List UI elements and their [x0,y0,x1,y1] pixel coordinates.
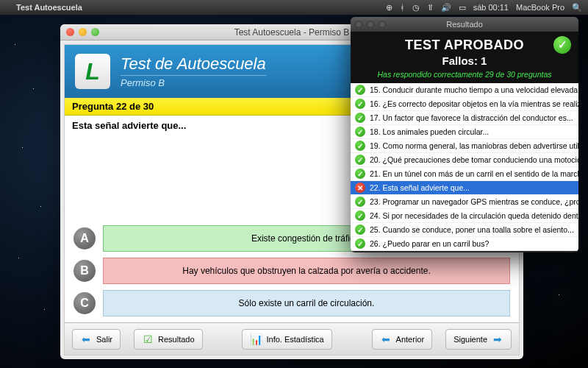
volume-icon[interactable]: 🔊 [441,3,451,13]
result-row-text: 24. Si por necesidades de la circulación… [370,211,578,220]
exit-button[interactable]: ⬅Salir [72,329,121,350]
correct-icon: ✓ [355,127,365,137]
correct-icon: ✓ [355,85,365,95]
wifi-icon[interactable]: ⥣ [427,3,434,13]
result-row-text: 16. ¿Es correcto depositar objetos en la… [370,99,578,108]
arrow-left-icon: ⬅ [380,333,392,345]
correct-icon: ✓ [355,169,365,179]
device-name: MacBook Pro [516,3,564,12]
correct-icon: ✓ [355,155,365,165]
battery-icon[interactable]: ▭ [459,3,466,13]
result-row[interactable]: ✓18. Los animales pueden circular... [351,125,578,139]
app-logo: L [75,54,110,89]
stats-button[interactable]: 📊Info. Estadística [242,329,331,350]
app-subtitle: Permiso B [121,75,266,88]
checkbox-icon: ☑ [142,333,154,345]
result-window-titlebar[interactable]: Resultado [351,17,578,32]
answer-text: Sólo existe un carril de circulación. [103,290,510,316]
correct-icon: ✓ [355,210,365,221]
app-title: Test de Autoescuela [121,54,266,74]
desktop-background: Test Autoescuela ⊕ ᚼ ◷ ⥣ 🔊 ▭ sáb 00:11 M… [0,0,588,368]
result-row-text: 25. Cuando se conduce, poner una toalla … [370,225,574,234]
result-row[interactable]: ✓16. ¿Es correcto depositar objetos en l… [351,97,578,111]
correct-icon: ✓ [355,99,365,109]
correct-icon: ✓ [355,224,365,235]
app-menu[interactable]: Test Autoescuela [16,3,82,12]
macos-menubar: Test Autoescuela ⊕ ᚼ ◷ ⥣ 🔊 ▭ sáb 00:11 M… [0,0,588,15]
result-row-text: 23. Programar un navegador GPS mientras … [370,197,578,206]
correct-icon: ✓ [355,141,365,151]
result-window: Resultado ✓ TEST APROBADO Fallos: 1 Has … [351,17,578,252]
result-row-text: 20. ¿Qué precauciones debe tomar conduci… [370,155,578,164]
result-row-text: 21. En un túnel con más de un carril en … [370,169,578,178]
result-row[interactable]: ✓21. En un túnel con más de un carril en… [351,167,578,181]
result-row-text: 15. Conducir durante mucho tiempo a una … [370,85,578,94]
close-icon[interactable] [66,28,74,36]
next-button[interactable]: Siguiente➡ [445,329,512,350]
result-row[interactable]: ✓24. Si por necesidades de la circulació… [351,209,578,223]
timemachine-icon[interactable]: ◷ [412,3,420,13]
answer-text: Hay vehículos que obstruyen la calzada p… [103,258,510,284]
wrong-icon: ✕ [355,183,365,193]
result-row[interactable]: ✓17. Un factor que favorece la distracci… [351,111,578,125]
correct-icon: ✓ [355,113,365,123]
exit-icon: ⬅ [80,333,92,345]
minimize-icon[interactable] [367,21,374,28]
arrow-right-icon: ➡ [492,333,503,345]
pass-badge-icon: ✓ [553,36,571,54]
result-list[interactable]: ✓15. Conducir durante mucho tiempo a una… [351,83,578,251]
result-row[interactable]: ✕22. Esta señal advierte que... [351,181,578,195]
result-row-text: 26. ¿Puedo parar en un carril bus? [370,239,489,248]
chart-icon: 📊 [250,333,262,345]
menuextra-icon[interactable]: ⊕ [386,3,392,13]
bottom-toolbar: ⬅Salir ☑Resultado 📊Info. Estadística ⬅An… [65,322,519,355]
answer-letter: A [74,227,96,250]
prev-button[interactable]: ⬅Anterior [372,329,433,350]
correct-icon: ✓ [355,197,365,207]
clock[interactable]: sáb 00:11 [473,3,509,12]
result-row-text: 17. Un factor que favorece la distracció… [370,113,573,122]
zoom-icon[interactable] [91,28,99,36]
answer-letter: C [74,292,96,314]
result-button[interactable]: ☑Resultado [134,329,203,350]
answer-letter: B [74,260,96,282]
result-subtitle: Has respondido correctamente 29 de 30 pr… [358,70,571,79]
result-heading: TEST APROBADO [358,38,571,53]
result-row[interactable]: ✓20. ¿Qué precauciones debe tomar conduc… [351,153,578,167]
result-row[interactable]: ✓15. Conducir durante mucho tiempo a una… [351,83,578,97]
bluetooth-icon[interactable]: ᚼ [400,3,405,12]
minimize-icon[interactable] [79,28,87,36]
zoom-icon[interactable] [379,21,386,28]
result-row-text: 22. Esta señal advierte que... [370,183,470,192]
result-fails: Fallos: 1 [358,54,571,67]
answer-option[interactable]: CSólo existe un carril de circulación. [74,290,510,316]
result-row[interactable]: ✓26. ¿Puedo parar en un carril bus? [351,237,578,251]
result-row[interactable]: ✓25. Cuando se conduce, poner una toalla… [351,223,578,237]
result-row[interactable]: ✓19. Como norma general, las maniobras d… [351,139,578,153]
correct-icon: ✓ [355,238,365,249]
result-row[interactable]: ✓23. Programar un navegador GPS mientras… [351,195,578,209]
answer-option[interactable]: BHay vehículos que obstruyen la calzada … [74,258,510,284]
result-row-text: 18. Los animales pueden circular... [370,127,489,136]
spotlight-icon[interactable]: 🔍 [572,3,582,13]
close-icon[interactable] [355,21,362,28]
result-row-text: 19. Como norma general, las maniobras de… [370,141,578,150]
result-header: ✓ TEST APROBADO Fallos: 1 Has respondido… [351,32,578,83]
